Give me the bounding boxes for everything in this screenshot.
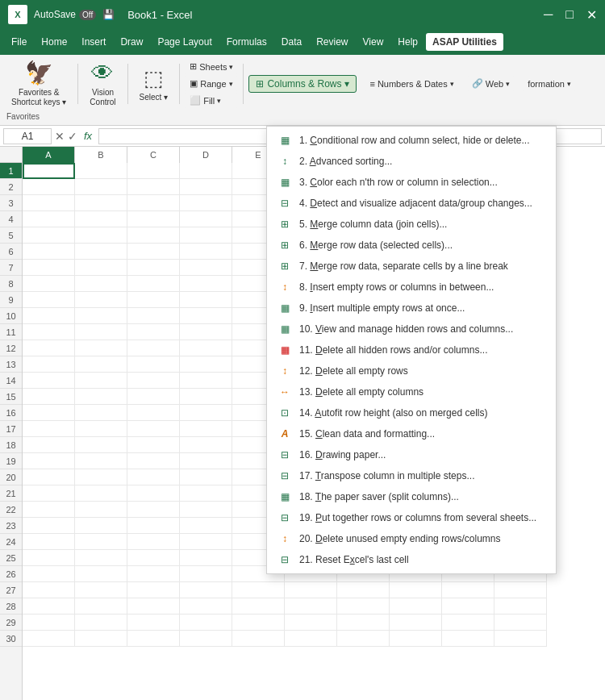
columns-rows-button[interactable]: ⊞ Columns & Rows ▾ (248, 75, 357, 93)
menu-item-15[interactable]: A 15. Clean data and formatting... (267, 423, 556, 444)
cell-a23[interactable] (23, 518, 75, 534)
menu-item-3[interactable]: ▦ 3. Color each n'th row or column in se… (267, 172, 556, 193)
cell-b14[interactable] (75, 373, 127, 389)
cell-b27[interactable] (75, 582, 127, 598)
cell-a7[interactable] (23, 260, 75, 276)
cell-a13[interactable] (23, 356, 75, 373)
cell-b3[interactable] (75, 195, 127, 211)
menu-file[interactable]: File (5, 33, 33, 51)
cell-b18[interactable] (75, 437, 127, 453)
cell-b9[interactable] (75, 292, 127, 308)
cell-a16[interactable] (23, 405, 75, 421)
cell-a27[interactable] (23, 582, 75, 598)
cell-i30[interactable] (442, 631, 494, 647)
menu-data[interactable]: Data (275, 33, 308, 51)
menu-item-8[interactable]: ↕ 8. Insert empty rows or columns in bet… (267, 277, 556, 298)
menu-help[interactable]: Help (391, 33, 424, 51)
cell-b25[interactable] (75, 550, 127, 566)
cell-f27[interactable] (285, 582, 337, 598)
cell-d29[interactable] (180, 615, 232, 631)
cell-a21[interactable] (23, 485, 75, 502)
cell-a28[interactable] (23, 598, 75, 615)
cell-b28[interactable] (75, 598, 127, 615)
cell-h29[interactable] (390, 615, 442, 631)
cancel-formula-icon[interactable]: ✕ (55, 130, 65, 143)
cell-d4[interactable] (180, 211, 232, 227)
cell-a20[interactable] (23, 469, 75, 485)
cell-c25[interactable] (127, 550, 180, 566)
menu-item-6[interactable]: ⊞ 6. Merge row data (selected cells)... (267, 235, 556, 256)
menu-item-17[interactable]: ⊟ 17. Transpose column in multiple steps… (267, 465, 556, 486)
cell-d3[interactable] (180, 195, 232, 211)
cell-a25[interactable] (23, 550, 75, 566)
cell-g29[interactable] (337, 615, 390, 631)
menu-formulas[interactable]: Formulas (220, 33, 273, 51)
cell-c29[interactable] (127, 615, 180, 631)
cell-f29[interactable] (285, 615, 337, 631)
cell-d17[interactable] (180, 421, 232, 437)
cell-b22[interactable] (75, 502, 127, 518)
cell-a8[interactable] (23, 276, 75, 292)
cell-e29[interactable] (232, 615, 285, 631)
cell-a2[interactable] (23, 179, 75, 195)
cell-b23[interactable] (75, 518, 127, 534)
cell-c13[interactable] (127, 356, 180, 373)
cell-d27[interactable] (180, 582, 232, 598)
cell-c7[interactable] (127, 260, 180, 276)
cell-c4[interactable] (127, 211, 180, 227)
cell-b13[interactable] (75, 356, 127, 373)
cell-c6[interactable] (127, 244, 180, 260)
cell-a15[interactable] (23, 389, 75, 405)
menu-item-18[interactable]: ▦ 18. The paper saver (split columns)... (267, 486, 556, 507)
save-icon[interactable]: 💾 (102, 9, 115, 20)
cell-d23[interactable] (180, 518, 232, 534)
cell-b10[interactable] (75, 308, 127, 324)
cell-a12[interactable] (23, 340, 75, 356)
cell-b19[interactable] (75, 453, 127, 469)
cell-a26[interactable] (23, 566, 75, 582)
cell-e28[interactable] (232, 598, 285, 615)
cell-b17[interactable] (75, 421, 127, 437)
cell-e27[interactable] (232, 582, 285, 598)
cell-i28[interactable] (442, 598, 494, 615)
menu-item-9[interactable]: ▦ 9. Insert multiple empty rows at once.… (267, 298, 556, 319)
cell-b11[interactable] (75, 324, 127, 340)
cell-b26[interactable] (75, 566, 127, 582)
cell-c3[interactable] (127, 195, 180, 211)
cell-i29[interactable] (442, 615, 494, 631)
cell-d10[interactable] (180, 308, 232, 324)
cell-c28[interactable] (127, 598, 180, 615)
cell-d2[interactable] (180, 179, 232, 195)
cell-j29[interactable] (494, 615, 547, 631)
cell-i27[interactable] (442, 582, 494, 598)
cell-b24[interactable] (75, 534, 127, 550)
vision-control-button[interactable]: 👁 VisionControl (83, 56, 122, 110)
cell-c17[interactable] (127, 421, 180, 437)
cell-d13[interactable] (180, 356, 232, 373)
cell-b12[interactable] (75, 340, 127, 356)
minimize-icon[interactable]: ─ (544, 7, 553, 22)
cell-a9[interactable] (23, 292, 75, 308)
cell-d25[interactable] (180, 550, 232, 566)
cell-c5[interactable] (127, 227, 180, 244)
maximize-icon[interactable]: □ (565, 7, 574, 22)
cell-b4[interactable] (75, 211, 127, 227)
cell-b30[interactable] (75, 631, 127, 647)
cell-c21[interactable] (127, 485, 180, 502)
cell-a5[interactable] (23, 227, 75, 244)
cell-d22[interactable] (180, 502, 232, 518)
cell-b6[interactable] (75, 244, 127, 260)
cell-a18[interactable] (23, 437, 75, 453)
cell-c11[interactable] (127, 324, 180, 340)
cell-d11[interactable] (180, 324, 232, 340)
menu-item-12[interactable]: ↕ 12. Delete all empty rows (267, 360, 556, 381)
cell-c12[interactable] (127, 340, 180, 356)
cell-d16[interactable] (180, 405, 232, 421)
confirm-formula-icon[interactable]: ✓ (68, 130, 77, 143)
cell-g27[interactable] (337, 582, 390, 598)
cell-d9[interactable] (180, 292, 232, 308)
cell-c27[interactable] (127, 582, 180, 598)
close-icon[interactable]: ✕ (586, 7, 597, 23)
menu-item-7[interactable]: ⊞ 7. Merge row data, separate cells by a… (267, 256, 556, 277)
cell-b1[interactable] (75, 163, 127, 179)
